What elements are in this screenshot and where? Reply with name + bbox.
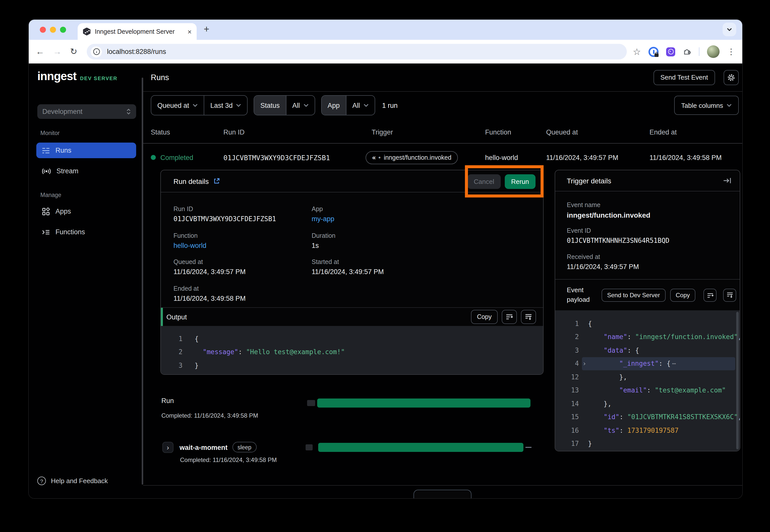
back-icon[interactable]: ← bbox=[36, 47, 44, 56]
collapsed-ellipsis: ⋯ bbox=[672, 360, 676, 368]
output-scroll-bottom-button[interactable] bbox=[521, 310, 536, 324]
bookmark-star-icon[interactable]: ☆ bbox=[633, 47, 641, 56]
function-link[interactable]: hello-world bbox=[173, 242, 207, 249]
chevron-down-icon bbox=[192, 104, 198, 107]
payload-line: 3 "data": { bbox=[555, 344, 740, 357]
dev-server-badge: DEV SERVER bbox=[80, 76, 117, 81]
filter-bar: Queued at Last 3d Status All bbox=[143, 96, 742, 115]
password-manager-extension-icon[interactable] bbox=[649, 47, 659, 57]
run-table-row[interactable]: Completed 01JCVBTMV3WXY9D3CFDEJFZSB1 «● … bbox=[143, 143, 742, 172]
payload-scroll-bottom-button[interactable] bbox=[723, 289, 736, 302]
payload-line-collapsed[interactable]: 4 › "_inngest": {⋯ bbox=[555, 357, 740, 370]
chevron-down-icon bbox=[727, 28, 732, 31]
field-received-at: Received at 11/16/2024, 3:49:57 PM bbox=[567, 253, 639, 271]
load-more-button-partial[interactable] bbox=[413, 490, 471, 498]
chevron-down-icon bbox=[236, 104, 241, 107]
chevron-down-icon bbox=[303, 104, 308, 107]
profile-avatar[interactable] bbox=[707, 45, 720, 58]
tab-search-button[interactable] bbox=[723, 23, 736, 36]
forward-icon[interactable]: → bbox=[53, 47, 61, 56]
browser-toolbar: ← → ↻ localhost:8288/runs ☆ ⋮ bbox=[29, 40, 742, 63]
status-filter-group: Status All bbox=[254, 95, 315, 115]
stream-broadcast-icon bbox=[42, 167, 51, 175]
toolbar-separator bbox=[699, 47, 699, 56]
app-filter-dropdown[interactable]: All bbox=[346, 96, 374, 115]
send-test-event-button[interactable]: Send Test Event bbox=[653, 70, 715, 85]
output-wrap-button[interactable] bbox=[502, 310, 517, 324]
site-info-icon[interactable] bbox=[91, 46, 102, 57]
trigger-badge[interactable]: «● inngest/function.invoked bbox=[366, 151, 458, 164]
sidebar-item-runs[interactable]: Runs bbox=[36, 143, 136, 158]
step-expander-button[interactable]: › bbox=[162, 442, 173, 453]
close-window-button[interactable] bbox=[40, 27, 46, 33]
event-trigger-icon: « bbox=[372, 154, 375, 161]
code-line: 2 "message": "Hello test@example.com!" bbox=[161, 345, 543, 359]
time-range-dropdown[interactable]: Last 3d bbox=[204, 96, 247, 115]
time-range-value: Last 3d bbox=[210, 102, 233, 109]
environment-select-value: Development bbox=[42, 108, 126, 115]
timeline-run-bar[interactable] bbox=[317, 398, 530, 408]
code-line: 3 } bbox=[161, 359, 543, 372]
timeline-step-end-tick bbox=[525, 447, 531, 448]
column-header-trigger: Trigger bbox=[372, 128, 393, 136]
timeline-step-bar[interactable] bbox=[318, 443, 523, 452]
trigger-details-title: Trigger details bbox=[567, 177, 611, 185]
sidebar-item-apps[interactable]: Apps bbox=[36, 204, 136, 219]
settings-gear-button[interactable] bbox=[724, 70, 739, 85]
run-id-cell: 01JCVBTMV3WXY9D3CFDEJFZSB1 bbox=[224, 153, 330, 161]
status-filter-dropdown[interactable]: All bbox=[286, 96, 314, 115]
payload-line: 1 { bbox=[555, 317, 740, 330]
environment-select[interactable]: Development bbox=[37, 104, 136, 119]
event-trigger-dot-icon: ● bbox=[378, 155, 381, 160]
functions-icon bbox=[42, 228, 50, 236]
help-and-feedback[interactable]: ? Help and Feedback bbox=[37, 477, 108, 485]
app-filter-group: App All bbox=[321, 95, 375, 115]
runs-list-icon bbox=[42, 147, 50, 154]
send-to-dev-server-button[interactable]: Send to Dev Server bbox=[602, 289, 665, 302]
status-text: Completed bbox=[160, 154, 194, 161]
field-started-at: Started at 11/16/2024, 3:49:57 PM bbox=[312, 258, 384, 276]
minimize-window-button[interactable] bbox=[50, 27, 56, 33]
scroll-to-bottom-icon bbox=[525, 314, 532, 320]
inngest-logo: inngest DEV SERVER bbox=[37, 70, 117, 83]
sidebar-section-manage: Manage bbox=[40, 192, 61, 198]
sidebar-item-label: Runs bbox=[55, 147, 71, 154]
section-divider bbox=[555, 279, 740, 280]
new-tab-button[interactable]: + bbox=[204, 24, 209, 35]
address-bar[interactable]: localhost:8288/runs bbox=[87, 44, 627, 59]
sidebar-item-label: Functions bbox=[55, 228, 85, 236]
inngest-favicon-icon bbox=[83, 27, 91, 36]
browser-menu-icon[interactable]: ⋮ bbox=[727, 48, 735, 56]
function-cell: hello-world bbox=[485, 154, 518, 161]
external-link-icon[interactable] bbox=[213, 178, 220, 184]
extensions-puzzle-icon[interactable] bbox=[683, 47, 691, 56]
payload-copy-button[interactable]: Copy bbox=[670, 289, 695, 302]
logo-wordmark: inngest bbox=[37, 70, 76, 83]
output-header: Output Copy bbox=[161, 307, 543, 326]
time-field-dropdown[interactable]: Queued at bbox=[151, 96, 204, 115]
table-columns-button[interactable]: Table columns bbox=[674, 96, 739, 115]
sidebar-item-functions[interactable]: Functions bbox=[36, 224, 136, 240]
sidebar: inngest DEV SERVER Development Monitor R… bbox=[29, 63, 142, 498]
browser-tab[interactable]: Inngest Development Server × bbox=[78, 23, 197, 40]
maximize-window-button[interactable] bbox=[60, 27, 66, 33]
tab-close-icon[interactable]: × bbox=[187, 28, 191, 35]
toolbar-actions: ☆ ⋮ bbox=[633, 45, 735, 58]
column-header-run-id: Run ID bbox=[224, 128, 245, 136]
reload-icon[interactable]: ↻ bbox=[70, 47, 77, 56]
field-event-id: Event ID 01JCVBTMTKNHNHZ3SN64R51BQD bbox=[567, 227, 669, 244]
page-header: Runs Send Test Event bbox=[143, 63, 742, 92]
table-bottom-border bbox=[143, 485, 742, 486]
payload-wrap-button[interactable] bbox=[703, 289, 717, 302]
collapse-panel-icon[interactable] bbox=[723, 177, 732, 184]
output-title: Output bbox=[166, 313, 187, 321]
purple-extension-icon[interactable] bbox=[666, 47, 675, 56]
page-title: Runs bbox=[151, 73, 169, 82]
output-copy-button[interactable]: Copy bbox=[471, 310, 498, 324]
sidebar-item-label: Apps bbox=[55, 208, 71, 215]
expand-chevron-icon[interactable]: › bbox=[583, 360, 587, 368]
status-dot-icon bbox=[151, 155, 156, 160]
app-link[interactable]: my-app bbox=[312, 215, 334, 223]
payload-scrollbar[interactable] bbox=[736, 312, 739, 449]
sidebar-item-stream[interactable]: Stream bbox=[36, 163, 136, 179]
